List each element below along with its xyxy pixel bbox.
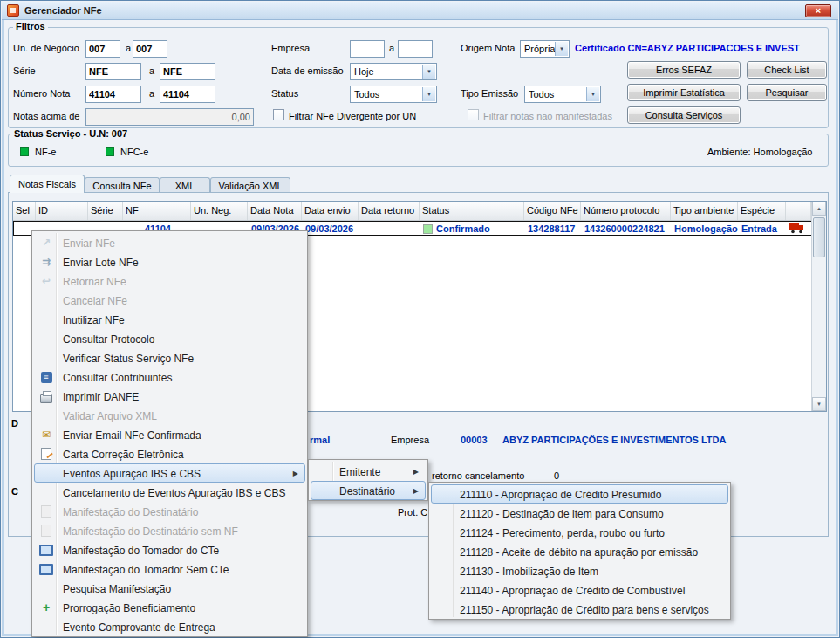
numero-nota-from-input[interactable]	[85, 86, 141, 103]
menu-item-pesquisa-manifestacao[interactable]: Pesquisa Manifestação	[34, 579, 305, 598]
serie-to-input[interactable]	[160, 63, 215, 80]
numero-nota-label: Número Nota	[13, 88, 70, 99]
notas-acima-input[interactable]	[85, 108, 254, 126]
menu-item-evento-comprovante-entrega[interactable]: Evento Comprovante de Entrega	[34, 617, 305, 636]
ambiente-label: Ambiente: Homologação	[707, 147, 812, 157]
column-header-icon	[786, 202, 811, 220]
data-emissao-select[interactable]: Hoje	[350, 63, 437, 80]
menu-item-label: Retornar NFe	[63, 276, 126, 288]
column-header-id[interactable]: ID	[36, 202, 88, 220]
tab-notas-fiscais[interactable]: Notas Fiscais	[10, 175, 85, 193]
tipo-emissao-select[interactable]: Todos	[524, 86, 601, 103]
origem-nota-select[interactable]: Própria	[520, 40, 570, 58]
column-header-numero-protocolo[interactable]: Número protocolo	[581, 202, 671, 220]
un-negocio-from-input[interactable]	[85, 40, 120, 58]
scrollbar-thumb[interactable]	[813, 217, 825, 257]
submenu-item-destinatario[interactable]: Destinatário	[311, 481, 426, 500]
menu-item-cancelamento-eventos-apuracao[interactable]: Cancelamento de Eventos Apuração IBS e C…	[34, 483, 305, 502]
menu-item-label: Manifestação do Tomador Sem CTe	[63, 564, 229, 576]
row-cell-data-retorno	[359, 222, 420, 235]
menu-item-cancelar-nfe[interactable]: Cancelar NFe	[34, 291, 305, 310]
tab-xml[interactable]: XML	[160, 177, 210, 193]
imprimir-estatistica-button[interactable]: Imprimir Estatística	[627, 84, 741, 101]
empresa-detail-label: Empresa	[391, 435, 429, 445]
menu-item-carta-correcao[interactable]: Carta Correção Eletrônica	[34, 444, 305, 463]
column-header-data-retorno[interactable]: Data retorno	[359, 202, 420, 220]
close-button[interactable]: ×	[805, 4, 831, 17]
submenu-item-211130-imobilizacao-item[interactable]: 211130 - Imobilização de Item	[431, 561, 728, 580]
submenu-item-211150-apropriacao-credito-bens-servicos[interactable]: 211150 - Apropriação de Crédito para ben…	[431, 600, 728, 619]
menu-item-enviar-nfe[interactable]: Enviar NFe	[34, 233, 305, 252]
submenu-item-211128-aceite-debito-apuracao[interactable]: 211128 - Aceite de débito na apuração po…	[431, 542, 728, 561]
column-header-sel[interactable]: Sel	[13, 202, 36, 220]
submenu-item-211124-perecimento-perda-roubo-furto[interactable]: 211124 - Perecimento, perda, roubo ou fu…	[431, 523, 728, 542]
column-header-especie[interactable]: Espécie	[738, 202, 786, 220]
tab-consulta-nfe[interactable]: Consulta NFe	[85, 177, 160, 193]
check-list-button[interactable]: Check List	[747, 61, 827, 79]
serie-label: Série	[13, 65, 36, 76]
menu-item-imprimir-danfe[interactable]: Imprimir DANFE	[34, 387, 305, 406]
menu-item-label: 211140 - Apropriação de Crédito de Combu…	[460, 585, 685, 597]
submenu-item-211110-apropriacao-credito-presumido[interactable]: 211110 - Apropriação de Crédito Presumid…	[431, 484, 728, 504]
menu-item-label: Enviar NFe	[63, 237, 115, 250]
menu-item-enviar-email-nfe[interactable]: Enviar Email NFe Confirmada	[34, 425, 305, 444]
menu-item-validar-arquivo-xml[interactable]: Validar Arquivo XML	[34, 406, 305, 425]
vertical-scrollbar[interactable]	[811, 202, 826, 411]
filtrar-divergente-checkbox[interactable]	[273, 109, 284, 120]
empresa-to-input[interactable]	[398, 40, 433, 58]
scroll-down-icon[interactable]	[812, 397, 826, 411]
column-header-nf[interactable]: NF	[123, 202, 191, 220]
column-header-serie[interactable]: Série	[88, 202, 123, 220]
certificado-text: Certificado CN=ABYZ PARTICIPACOES E INVE…	[575, 43, 829, 53]
serie-from-input[interactable]	[85, 63, 141, 80]
chevron-down-icon	[422, 65, 435, 79]
pesquisar-button[interactable]: Pesquisar	[747, 84, 827, 101]
menu-item-label: Verificar Status Serviço NFe	[63, 353, 194, 365]
column-header-status[interactable]: Status	[420, 202, 524, 220]
menu-item-inutilizar-nfe[interactable]: Inutilizar NFe	[34, 310, 305, 329]
menu-item-manifestacao-tomador-cte[interactable]: Manifestação do Tomador do CTe	[34, 540, 305, 559]
menu-item-manifestacao-destinatario-sem-nf[interactable]: Manifestação do Destinatário sem NF	[34, 521, 305, 540]
submenu-item-211120-destinacao-item-consumo[interactable]: 211120 - Destinação de item para Consumo	[431, 504, 728, 523]
menu-item-verificar-status-servico[interactable]: Verificar Status Serviço NFe	[34, 348, 305, 367]
truck-icon	[789, 223, 805, 234]
erros-sefaz-button[interactable]: Erros SEFAZ	[627, 61, 741, 79]
numero-nota-to-input[interactable]	[160, 86, 215, 103]
submenu-eventos: 211110 - Apropriação de Crédito Presumid…	[428, 482, 731, 620]
scroll-up-icon[interactable]	[812, 202, 826, 216]
menu-item-label: Manifestação do Tomador do CTe	[63, 545, 219, 557]
column-header-tipo-ambiente[interactable]: Tipo ambiente	[671, 202, 738, 220]
tab-validacao-xml[interactable]: Validação XML	[210, 177, 290, 193]
tab-label: XML	[175, 181, 195, 191]
consulta-servicos-button[interactable]: Consulta Serviços	[627, 106, 741, 124]
filtrar-nao-manifestadas-checkbox[interactable]	[468, 109, 479, 120]
menu-item-label: Evento Comprovante de Entrega	[63, 621, 215, 634]
menu-item-prorrogacao-beneficiamento[interactable]: Prorrogação Beneficiamento	[34, 598, 305, 617]
menu-item-consultar-protocolo[interactable]: Consultar Protocolo	[34, 329, 305, 348]
status-select[interactable]: Todos	[350, 86, 437, 103]
range-sep-label: a	[149, 65, 154, 76]
menu-item-consultar-contribuintes[interactable]: Consultar Contribuintes	[34, 367, 305, 387]
empresa-from-input[interactable]	[350, 40, 385, 58]
submenu-item-emitente[interactable]: Emitente	[311, 462, 426, 481]
column-header-un-neg[interactable]: Un. Neg.	[191, 202, 248, 220]
row-cell-tipo-ambiente: Homologação	[672, 222, 739, 235]
tipo-emissao-label: Tipo Emissão	[461, 88, 518, 99]
menu-item-eventos-apuracao-ibs-cbs[interactable]: Eventos Apuração IBS e CBS	[34, 463, 305, 483]
menu-item-label: Prorrogação Beneficiamento	[63, 602, 195, 614]
send-lot-icon	[39, 255, 53, 269]
menu-item-manifestacao-destinatario[interactable]: Manifestação do Destinatário	[34, 502, 305, 521]
notas-acima-label: Notas acima de	[13, 111, 79, 121]
menu-item-manifestacao-tomador-sem-cte[interactable]: Manifestação do Tomador Sem CTe	[34, 559, 305, 579]
data-emissao-label: Data de emissão	[271, 65, 344, 76]
chevron-down-icon	[422, 87, 435, 101]
submenu-item-211140-apropriacao-credito-combustivel[interactable]: 211140 - Apropriação de Crédito de Combu…	[431, 580, 728, 600]
menu-item-label: 211150 - Apropriação de Crédito para ben…	[460, 604, 709, 616]
menu-item-enviar-lote-nfe[interactable]: Enviar Lote NFe	[34, 252, 305, 271]
grid-header-row: Sel ID Série NF Un. Neg. Data Nota Data …	[13, 202, 826, 221]
column-header-codigo-nfe[interactable]: Código NFe	[524, 202, 581, 220]
un-negocio-to-input[interactable]	[133, 40, 167, 58]
column-header-data-nota[interactable]: Data Nota	[248, 202, 302, 220]
column-header-data-envio[interactable]: Data envio	[302, 202, 359, 220]
menu-item-retornar-nfe[interactable]: Retornar NFe	[34, 271, 305, 291]
